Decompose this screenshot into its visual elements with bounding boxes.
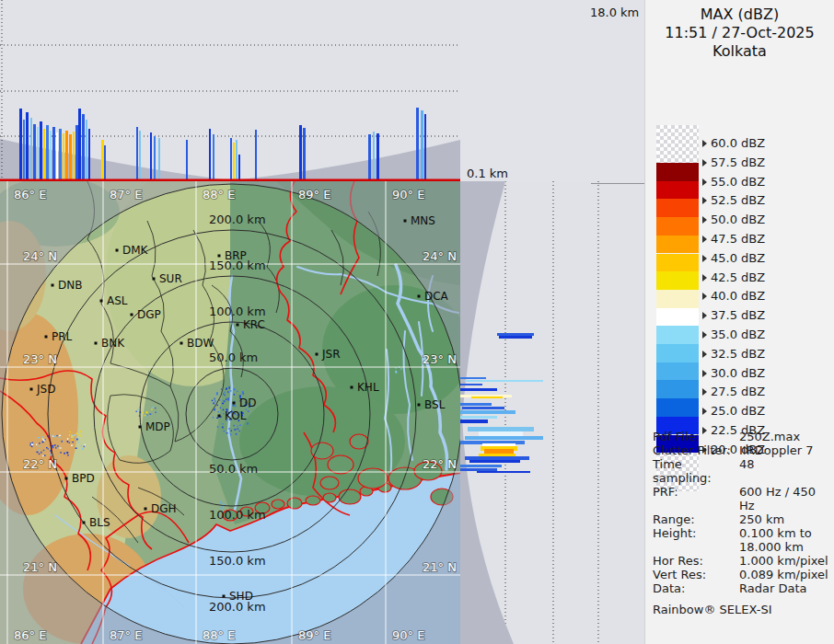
echo-column bbox=[19, 109, 22, 181]
echo-pixel bbox=[220, 501, 221, 503]
side-profile-svg bbox=[460, 181, 644, 644]
echo-pixel bbox=[228, 399, 229, 401]
legend-tick-arrow bbox=[702, 159, 707, 167]
echo-row bbox=[460, 465, 502, 467]
echo-column bbox=[424, 114, 426, 181]
echo-column bbox=[33, 124, 36, 181]
latitude-label-left: 24° N bbox=[23, 249, 57, 263]
echo-pixel bbox=[225, 395, 226, 396]
echo-column bbox=[416, 108, 419, 181]
legend-value-label: 30.0 dBZ bbox=[711, 366, 765, 380]
city-dot bbox=[52, 284, 54, 287]
legend-tick-arrow bbox=[702, 331, 707, 339]
echo-pixel bbox=[64, 453, 64, 454]
legend-value-label: 60.0 dBZ bbox=[711, 136, 765, 150]
echo-row bbox=[460, 410, 515, 414]
echo-pixel bbox=[57, 445, 58, 447]
metadata-label: Clutter Filter: bbox=[653, 443, 739, 457]
legend-value-label: 52.5 dBZ bbox=[711, 193, 765, 207]
echo-column bbox=[88, 129, 90, 181]
city-label: DMK bbox=[122, 244, 149, 257]
echo-row bbox=[468, 427, 534, 431]
echo-pixel bbox=[62, 441, 63, 443]
colorbar-overflow-checker bbox=[656, 125, 699, 163]
longitude-label-top: 89° E bbox=[298, 188, 330, 201]
echo-pixel bbox=[217, 426, 218, 428]
metadata-label: Pdf File: bbox=[653, 430, 739, 443]
metadata-value: Radar Data bbox=[739, 581, 806, 595]
echo-row bbox=[460, 420, 488, 423]
echo-pixel bbox=[216, 392, 217, 394]
echo-pixel bbox=[214, 398, 214, 400]
echo-pixel bbox=[36, 444, 37, 445]
city-dot bbox=[65, 477, 68, 480]
height-gridlines bbox=[505, 181, 598, 644]
legend-entry: 30.0 dBZ bbox=[702, 367, 765, 380]
echo-pixel bbox=[396, 371, 397, 373]
range-ring-label: 200.0 km bbox=[209, 213, 266, 226]
city-dot bbox=[218, 255, 221, 258]
echo-pixel bbox=[248, 410, 249, 411]
echo-pixel bbox=[48, 448, 49, 449]
latitude-label-left: 21° N bbox=[23, 560, 57, 574]
legend-value-label: 55.0 dBZ bbox=[711, 175, 765, 189]
echo-column bbox=[40, 121, 42, 181]
colorbar-band bbox=[656, 217, 699, 236]
echo-pixel bbox=[216, 418, 218, 419]
echo-column bbox=[59, 129, 62, 181]
legend-value-label: 25.0 dBZ bbox=[711, 404, 765, 418]
legend-entry: 52.5 dBZ bbox=[702, 194, 765, 207]
height-axis-bottom-label: 0.1 km bbox=[467, 167, 508, 180]
echo-pixel bbox=[228, 428, 229, 429]
echo-row bbox=[484, 449, 514, 454]
echo-row bbox=[460, 384, 482, 385]
echo-column bbox=[238, 155, 240, 181]
city-dot bbox=[30, 388, 33, 391]
echo-pixel bbox=[39, 454, 40, 454]
legend-value-label: 37.5 dBZ bbox=[711, 308, 765, 322]
echo-column bbox=[82, 114, 85, 181]
echo-pixel bbox=[235, 405, 236, 407]
top-profile-svg bbox=[0, 0, 460, 181]
metadata-value: IIRDoppler 7 bbox=[739, 443, 814, 457]
legend-tick-arrow bbox=[702, 140, 707, 147]
echo-row bbox=[462, 407, 504, 409]
city-dot bbox=[404, 220, 407, 223]
echo-pixel bbox=[47, 435, 48, 436]
echo-pixel bbox=[72, 436, 73, 437]
legend-value-label: 45.0 dBZ bbox=[711, 251, 765, 265]
longitude-label-top: 90° E bbox=[392, 188, 424, 201]
echo-pixel bbox=[236, 433, 237, 435]
echo-pixel bbox=[214, 408, 215, 410]
legend-entry: 35.0 dBZ bbox=[702, 328, 765, 341]
echo-column bbox=[43, 129, 45, 181]
echo-pixel bbox=[31, 443, 33, 445]
echo-pixel bbox=[76, 439, 78, 441]
metadata-label: Height: bbox=[653, 526, 739, 554]
metadata-row: Hor Res:1.000 km/pixel bbox=[653, 554, 832, 568]
colorbar-band bbox=[656, 271, 699, 290]
longitude-label-bottom: 90° E bbox=[392, 628, 424, 642]
echo-column bbox=[209, 129, 211, 181]
legend-tick-arrow bbox=[702, 351, 707, 358]
echo-pixel bbox=[71, 445, 73, 446]
echo-pixel bbox=[75, 448, 77, 449]
echo-column bbox=[50, 131, 52, 181]
echo-pixel bbox=[77, 437, 78, 438]
colorbar-band bbox=[656, 181, 699, 200]
legend-tick-arrow bbox=[702, 178, 707, 186]
echo-pixel bbox=[66, 452, 68, 454]
colorbar-band bbox=[656, 236, 699, 254]
city-label: ASL bbox=[107, 294, 128, 307]
axis-join-line bbox=[591, 183, 644, 184]
echo-pixel bbox=[234, 394, 235, 395]
longitude-label-bottom: 86° E bbox=[14, 628, 46, 642]
longitude-label-top: 86° E bbox=[14, 188, 46, 201]
latitude-label-right: 21° N bbox=[423, 560, 457, 574]
echo-pixel bbox=[52, 446, 53, 448]
echo-pixel bbox=[60, 452, 61, 453]
echo-pixel bbox=[400, 368, 401, 369]
echo-side-profile-bars bbox=[460, 333, 543, 473]
echo-row bbox=[460, 403, 492, 406]
echo-pixel bbox=[242, 393, 243, 395]
